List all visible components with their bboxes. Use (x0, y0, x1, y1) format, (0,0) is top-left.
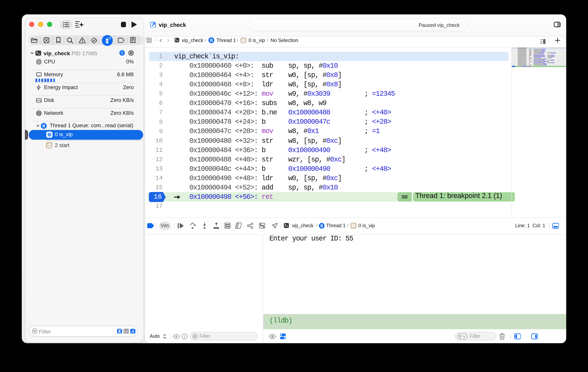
svg-text:16: 16 (154, 193, 162, 201)
